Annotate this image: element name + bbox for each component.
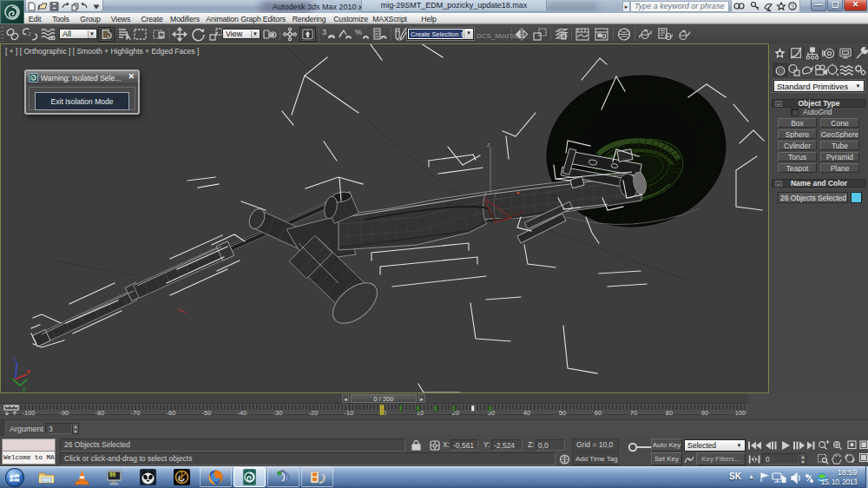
svg-text:99: 99: [109, 472, 116, 478]
svg-text:z: z: [13, 356, 16, 362]
svg-text:%: %: [355, 28, 362, 36]
svg-text:y: y: [23, 386, 26, 392]
svg-text:?: ?: [791, 3, 794, 10]
svg-text:z: z: [487, 142, 490, 148]
svg-text:3: 3: [322, 28, 326, 36]
